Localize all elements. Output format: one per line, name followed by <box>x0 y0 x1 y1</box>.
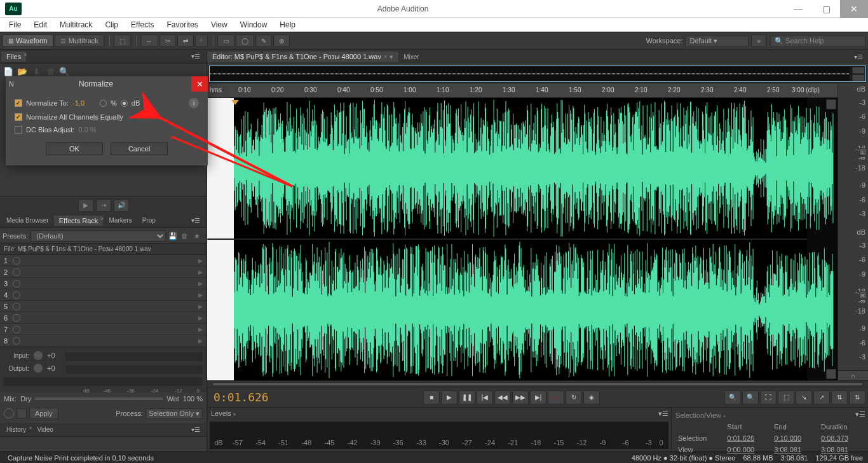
play-preview-button[interactable]: ▶ <box>78 199 93 212</box>
tool-lasso[interactable]: ◯ <box>236 34 254 47</box>
power-icon[interactable] <box>13 268 20 276</box>
panel-menu-button[interactable]: ▾☰ <box>186 52 205 61</box>
amplitude-ruler[interactable]: dB -3 -6 -9 -18 -∞ -18 -9 -6 -3 L dB -3 … <box>837 84 868 380</box>
effect-slot[interactable]: 2▶ <box>0 266 207 278</box>
menu-window[interactable]: Window <box>234 19 274 31</box>
tool-move[interactable]: ↔ <box>140 34 158 47</box>
panel-menu-button[interactable]: ▾☰ <box>658 410 671 418</box>
power-icon[interactable] <box>13 326 20 333</box>
menu-clip[interactable]: Clip <box>98 19 125 31</box>
selection-duration-value[interactable]: 0:08.373 <box>818 433 864 443</box>
menu-view[interactable]: View <box>205 19 234 31</box>
favorite-icon[interactable]: ★ <box>194 232 204 240</box>
amplitude-menu-button[interactable]: ∩ <box>838 370 868 380</box>
save-preset-icon[interactable]: 💾 <box>168 232 179 240</box>
selection-view-tab[interactable]: Selection/View × <box>674 410 727 420</box>
rack-power-button[interactable] <box>4 408 14 418</box>
maximize-button[interactable]: ▢ <box>812 0 840 18</box>
skip-selection-button[interactable]: ◈ <box>583 390 600 404</box>
spectral-toggle-button[interactable] <box>826 99 836 109</box>
zoom-in-button[interactable]: 🔍 <box>724 390 741 404</box>
files-tab[interactable]: Files <box>1 52 26 62</box>
levels-tab[interactable]: Levels × <box>207 408 240 418</box>
ok-button[interactable]: OK <box>46 142 103 155</box>
loop-button[interactable]: ↻ <box>566 390 582 404</box>
presets-dropdown[interactable]: (Default) <box>31 230 166 242</box>
workspace-dropdown[interactable]: Default ▾ <box>685 36 749 46</box>
tab-editor[interactable]: Editor: M$ PuP$ & F1ns & T1One - Розы 48… <box>207 52 398 62</box>
play-button[interactable]: ▶ <box>441 390 458 404</box>
tool-time[interactable]: ᴵ <box>195 34 208 47</box>
zoom-in-point-button[interactable]: ↘ <box>796 390 812 404</box>
stop-button[interactable]: ■ <box>423 390 440 404</box>
dc-bias-checkbox[interactable] <box>15 126 22 134</box>
zoom-vert-in-button[interactable]: ⇅ <box>831 390 848 404</box>
channel-right-indicator[interactable]: R <box>859 291 867 299</box>
vertical-zoom-button[interactable] <box>826 369 836 379</box>
menu-multitrack[interactable]: Multitrack <box>53 19 98 31</box>
overview-strip[interactable] <box>208 65 867 83</box>
menu-effects[interactable]: Effects <box>125 19 160 31</box>
menu-help[interactable]: Help <box>273 19 302 31</box>
tool-brush[interactable]: ✎ <box>255 34 272 47</box>
go-end-button[interactable]: ▶| <box>530 390 546 404</box>
channel-right[interactable] <box>207 238 807 380</box>
power-icon[interactable] <box>13 303 20 310</box>
power-icon[interactable] <box>13 337 20 345</box>
zoom-full-button[interactable]: ⛶ <box>760 390 776 404</box>
close-icon[interactable]: × <box>24 52 27 58</box>
unit-percent-radio[interactable] <box>100 100 107 107</box>
panel-menu-button[interactable]: ▾☰ <box>855 410 865 420</box>
tab-video[interactable]: Video <box>32 425 58 434</box>
multitrack-view-button[interactable]: ☰ Multitrack <box>55 34 104 47</box>
tool-razor[interactable]: ✂ <box>159 34 176 47</box>
trash-icon[interactable]: 🗑 <box>44 66 56 77</box>
normalize-to-checkbox[interactable] <box>15 99 22 107</box>
info-icon[interactable]: i <box>189 98 199 108</box>
horizontal-scrollbar[interactable] <box>212 382 863 386</box>
zoom-vert-out-button[interactable]: ⇅ <box>849 390 865 404</box>
close-icon[interactable]: × <box>384 53 387 60</box>
power-icon[interactable] <box>13 280 20 287</box>
delete-preset-icon[interactable]: 🗑 <box>181 232 191 240</box>
rewind-button[interactable]: ◀◀ <box>494 390 511 404</box>
input-gain-knob[interactable] <box>33 350 43 361</box>
loop-preview-button[interactable]: ⇥ <box>96 199 111 212</box>
unit-db-radio[interactable] <box>121 100 128 107</box>
selection-region[interactable] <box>207 240 234 380</box>
tool-heal[interactable]: ⊕ <box>273 34 290 47</box>
normalize-value[interactable]: -1,0 <box>72 99 85 107</box>
time-ruler[interactable]: hms 0:10 0:20 0:30 0:40 0:50 1:00 1:10 1… <box>207 84 837 98</box>
cti-marker-icon[interactable] <box>230 99 240 106</box>
apply-button[interactable]: Apply <box>29 408 58 419</box>
power-icon[interactable] <box>13 257 20 265</box>
effect-slot[interactable]: 7▶ <box>0 324 207 335</box>
tab-markers[interactable]: Markers <box>104 216 137 225</box>
close-button[interactable]: ✕ <box>840 0 868 18</box>
panel-menu-button[interactable]: ▾☰ <box>186 216 205 225</box>
cancel-button[interactable]: Cancel <box>111 142 168 155</box>
zoom-out-button[interactable]: 🔍 <box>742 390 759 404</box>
pause-button[interactable]: ❚❚ <box>459 390 475 404</box>
open-file-icon[interactable]: 📂 <box>17 66 28 77</box>
tool-marquee[interactable]: ▭ <box>217 34 234 47</box>
new-file-icon[interactable]: 📄 <box>3 66 14 77</box>
tab-mixer[interactable]: Mixer <box>398 52 424 62</box>
waveform-view-button[interactable]: ⊞ Waveform <box>3 34 53 47</box>
waveform-display[interactable]: hms 0:10 0:20 0:30 0:40 0:50 1:00 1:10 1… <box>207 84 837 380</box>
selection-region[interactable] <box>207 98 234 238</box>
workspace-menu-button[interactable]: » <box>751 34 766 47</box>
rack-list-button[interactable] <box>17 408 27 418</box>
timecode-display[interactable]: 0:01.626 <box>207 390 334 404</box>
mix-slider[interactable] <box>35 397 163 400</box>
tool-hud[interactable]: ⬚ <box>114 34 131 47</box>
import-icon[interactable]: ⬇ <box>31 66 42 77</box>
effect-slot[interactable]: 6▶ <box>0 312 207 324</box>
effect-slot[interactable]: 1▶ <box>0 255 207 266</box>
minimize-button[interactable]: — <box>784 0 812 18</box>
record-button[interactable]: ● <box>548 390 564 404</box>
tab-properties[interactable]: Prop <box>137 216 161 225</box>
process-scope-dropdown[interactable]: Selection Only ▾ <box>146 408 203 419</box>
tab-effects-rack[interactable]: Effects Rack <box>54 216 104 226</box>
channel-left-indicator[interactable]: L <box>859 148 867 156</box>
